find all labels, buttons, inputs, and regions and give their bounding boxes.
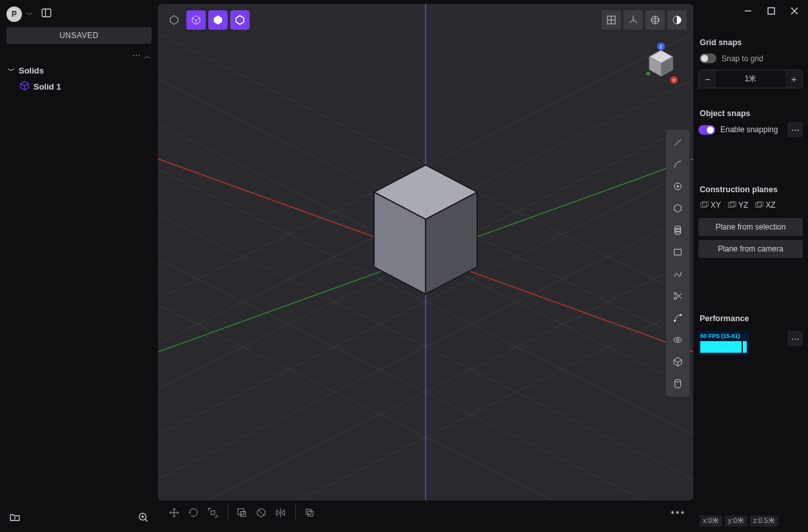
scene-svg <box>158 4 693 500</box>
user-avatar[interactable]: P <box>6 6 22 22</box>
svg-point-52 <box>674 320 675 321</box>
svg-line-33 <box>633 20 637 23</box>
window-minimize[interactable] <box>744 6 753 17</box>
fps-label: 60 FPS (15-61) <box>700 333 747 339</box>
svg-marker-73 <box>282 510 285 516</box>
svg-rect-77 <box>768 8 774 14</box>
svg-line-70 <box>259 510 264 516</box>
svg-point-45 <box>675 232 681 235</box>
bottom-more-button[interactable]: ••• <box>671 507 685 518</box>
svg-rect-83 <box>730 202 736 206</box>
performance-more[interactable]: ⋯ <box>787 331 803 346</box>
svg-rect-80 <box>701 203 707 208</box>
rectangle-tool[interactable] <box>669 242 687 262</box>
window-close[interactable] <box>790 6 799 17</box>
tree-more-icon[interactable]: ⋯ <box>132 50 141 62</box>
shade-view-button[interactable] <box>667 10 687 30</box>
database-tool[interactable] <box>669 373 687 394</box>
pen-tool[interactable] <box>669 308 687 328</box>
window-maximize[interactable] <box>767 6 776 17</box>
grid-size-stepper[interactable]: − 1米 + <box>698 70 803 88</box>
status-z: z:0.5米 <box>750 515 778 527</box>
svg-point-54 <box>674 337 682 342</box>
scale-tool[interactable] <box>204 504 221 521</box>
plane-yz[interactable]: YZ <box>727 201 748 210</box>
rotate-tool[interactable] <box>185 504 202 521</box>
svg-rect-0 <box>42 9 51 17</box>
svg-rect-85 <box>758 202 764 206</box>
panel-layout-icon[interactable] <box>41 7 52 21</box>
move-tool[interactable] <box>166 504 182 521</box>
svg-text:X: X <box>672 77 676 83</box>
svg-marker-27 <box>170 15 178 25</box>
svg-line-38 <box>675 139 682 146</box>
torus-tool[interactable] <box>669 330 687 350</box>
viewport-3d[interactable]: Z X <box>158 4 693 500</box>
mode-solid1-button[interactable] <box>186 10 206 30</box>
status-x: x:0米 <box>700 515 722 527</box>
svg-point-49 <box>674 292 676 295</box>
avatar-menu-chevron[interactable]: ﹀ <box>26 10 33 19</box>
object-snaps-more[interactable]: ⋯ <box>787 122 803 137</box>
bool-union[interactable] <box>233 504 250 521</box>
svg-marker-72 <box>277 510 280 516</box>
line-tool[interactable] <box>669 132 687 153</box>
plane-xz[interactable]: XZ <box>754 201 775 210</box>
svg-point-55 <box>676 339 680 341</box>
plane-from-selection-button[interactable]: Plane from selection <box>698 218 803 236</box>
svg-line-50 <box>676 294 682 299</box>
plane-xy[interactable]: XY <box>700 201 721 210</box>
svg-point-42 <box>675 226 681 229</box>
tree-group-solids[interactable]: ﹀ Solids <box>0 63 158 78</box>
svg-point-46 <box>675 229 681 232</box>
chevron-down-icon: ﹀ <box>8 66 15 75</box>
svg-rect-74 <box>306 509 311 515</box>
mode-wire-button[interactable] <box>164 10 184 30</box>
folder-icon[interactable] <box>9 511 21 526</box>
hexagon-tool[interactable] <box>669 198 687 219</box>
mode-solid2-button[interactable] <box>208 10 228 30</box>
grid-view-button[interactable] <box>602 10 621 30</box>
curve-tool[interactable] <box>669 154 687 175</box>
axis-gizmo[interactable]: Z X <box>642 43 680 88</box>
save-status[interactable]: UNSAVED <box>6 27 152 44</box>
grid-size-decrease[interactable]: − <box>699 70 716 88</box>
tree-item-label: Solid 1 <box>34 82 61 92</box>
svg-point-53 <box>680 314 681 315</box>
object-snaps-title: Object snaps <box>698 100 803 122</box>
svg-rect-82 <box>729 203 734 208</box>
enable-snapping-toggle[interactable] <box>698 125 715 135</box>
performance-title: Performance <box>698 305 803 327</box>
zoom-icon[interactable] <box>137 511 149 526</box>
tree-group-label: Solids <box>19 66 44 75</box>
cylinder-tool[interactable] <box>669 220 687 241</box>
status-y: y:0米 <box>725 515 747 527</box>
mirror-tool[interactable] <box>272 504 289 521</box>
mode-solid3-button[interactable] <box>230 10 250 30</box>
svg-rect-75 <box>308 511 313 517</box>
status-bar: x:0米 y:0米 z:0.5米 <box>698 510 803 532</box>
spline-tool[interactable] <box>669 264 687 284</box>
grid-size-increase[interactable]: + <box>785 70 802 88</box>
snap-to-grid-toggle[interactable] <box>700 54 716 63</box>
globe-view-button[interactable] <box>645 10 665 30</box>
axes-view-button[interactable] <box>624 10 643 30</box>
cube-tool[interactable] <box>669 351 687 372</box>
tree-collapse-icon[interactable]: ︿ <box>143 50 152 62</box>
bool-subtract[interactable] <box>253 504 270 521</box>
svg-point-40 <box>677 186 678 187</box>
snap-to-grid-label: Snap to grid <box>722 54 764 63</box>
grid-snaps-title: Grid snaps <box>698 29 803 51</box>
svg-line-32 <box>629 20 633 23</box>
svg-point-48 <box>674 297 676 300</box>
svg-rect-47 <box>675 250 682 255</box>
circle-tool[interactable] <box>669 176 687 197</box>
duplicate-tool[interactable] <box>301 504 318 521</box>
svg-rect-67 <box>211 511 215 515</box>
plane-from-camera-button[interactable]: Plane from camera <box>698 240 803 258</box>
svg-line-4 <box>145 519 148 522</box>
svg-rect-69 <box>241 512 246 517</box>
trim-tool[interactable] <box>669 286 687 306</box>
tree-item-solid[interactable]: Solid 1 <box>0 78 158 95</box>
svg-marker-41 <box>675 204 682 212</box>
